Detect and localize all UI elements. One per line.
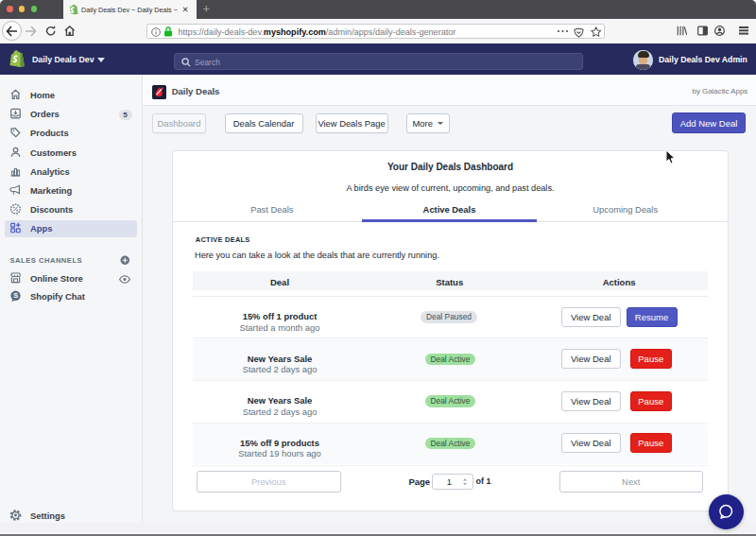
svg-text:S: S <box>13 292 18 301</box>
